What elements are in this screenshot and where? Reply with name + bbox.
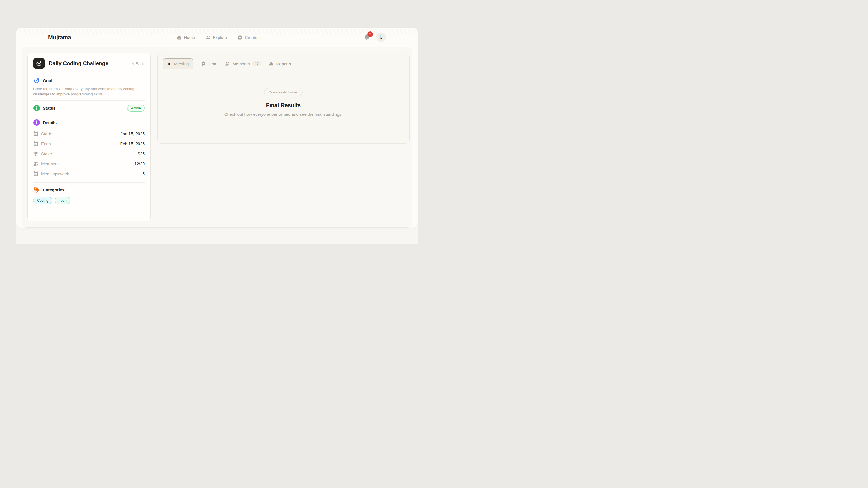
users-icon	[225, 61, 230, 66]
divider	[33, 73, 145, 73]
detail-row-ends: 17 Ends Feb 15, 2025	[33, 139, 145, 149]
chat-icon	[201, 61, 206, 66]
detail-label: Meetings/week	[41, 171, 143, 176]
calendar-icon: 17	[33, 131, 38, 136]
back-button[interactable]: Back	[131, 61, 145, 66]
user-avatar[interactable]: U	[376, 33, 386, 42]
category-tag-coding[interactable]: Coding	[33, 197, 52, 204]
nav-label: Create	[245, 35, 257, 40]
category-tag-tech[interactable]: Tech	[55, 197, 70, 204]
detail-value: Jan 15, 2025	[121, 131, 145, 136]
users-icon	[33, 161, 38, 166]
detail-row-members: Members 12/20	[33, 159, 145, 169]
goal-section-header: Goal	[33, 77, 145, 84]
community-title: Daily Coding Challenge	[49, 60, 127, 66]
detail-value: 12/20	[134, 161, 145, 166]
main-container: Mujtama Home Explore	[17, 28, 417, 244]
status-heading: Status	[43, 106, 56, 110]
tab-bar: Meeting Chat Members 12 Reports	[158, 54, 409, 70]
status-info-icon	[33, 105, 40, 111]
community-content-panel: Meeting Chat Members 12 Reports	[157, 53, 409, 143]
header-actions: 2 U	[364, 33, 386, 42]
tag-icon	[33, 186, 40, 193]
back-chevron-icon	[131, 62, 135, 66]
home-icon	[177, 35, 182, 40]
tab-label: Chat	[209, 62, 217, 66]
nav-item-home[interactable]: Home	[177, 35, 195, 40]
calendar-icon: 17	[33, 141, 38, 147]
bell-icon	[364, 37, 370, 41]
plus-square-icon	[238, 35, 242, 40]
svg-text:17: 17	[35, 134, 37, 135]
app-logo[interactable]: Mujtama	[48, 34, 71, 41]
detail-label: Stake	[41, 151, 138, 156]
tab-meeting[interactable]: Meeting	[162, 58, 193, 69]
nav-item-explore[interactable]: Explore	[206, 35, 227, 40]
detail-row-stake: Stake $25	[33, 149, 145, 159]
divider	[33, 115, 145, 115]
notification-count-badge: 2	[368, 31, 373, 37]
goal-description: Code for at least 1 hour every day and c…	[33, 87, 145, 97]
warning-icon	[269, 61, 274, 66]
details-heading: Details	[43, 120, 57, 125]
final-results-title: Final Results	[266, 102, 301, 108]
tab-label: Meeting	[174, 62, 189, 66]
divider	[33, 182, 145, 183]
members-count-badge: 12	[252, 61, 261, 66]
tab-label: Reports	[276, 62, 291, 66]
back-label: Back	[135, 61, 145, 66]
detail-value: $25	[138, 151, 145, 156]
nav-item-create[interactable]: Create	[238, 35, 257, 40]
detail-label: Members	[41, 161, 134, 166]
divider	[33, 209, 145, 209]
community-info-card: Daily Coding Challenge Back Goal	[27, 53, 151, 222]
goal-icon	[33, 77, 40, 84]
categories-heading: Categories	[43, 188, 65, 192]
detail-row-meetings: 17 Meetings/week 5	[33, 169, 145, 179]
svg-text:17: 17	[35, 143, 37, 145]
content-panel: Daily Coding Challenge Back Goal	[22, 47, 412, 228]
goal-target-icon	[36, 60, 42, 67]
tab-reports[interactable]: Reports	[269, 61, 291, 66]
detail-label: Ends	[41, 141, 120, 146]
tab-chat[interactable]: Chat	[201, 61, 217, 66]
goal-heading: Goal	[43, 78, 52, 83]
trophy-icon	[33, 151, 38, 156]
top-navigation-bar: Mujtama Home Explore	[17, 28, 417, 47]
status-row: Status Active	[33, 105, 145, 111]
tab-members[interactable]: Members 12	[225, 61, 261, 66]
notifications-button[interactable]: 2	[364, 34, 370, 41]
users-icon	[206, 35, 211, 40]
svg-text:17: 17	[35, 173, 37, 175]
detail-value: 5	[143, 171, 145, 176]
community-card-header: Daily Coding Challenge Back	[33, 57, 145, 70]
nav-label: Home	[184, 35, 195, 40]
categories-section-header: Categories	[33, 186, 145, 193]
play-icon	[167, 62, 172, 66]
detail-row-starts: 17 Starts Jan 15, 2025	[33, 129, 145, 139]
divider	[33, 100, 145, 101]
details-info-icon	[33, 119, 40, 126]
status-badge: Active	[127, 105, 145, 111]
community-ended-chip: Community Ended	[264, 88, 303, 96]
nav-label: Explore	[213, 35, 227, 40]
detail-label: Starts	[41, 131, 121, 136]
primary-nav: Home Explore Create	[177, 35, 257, 40]
details-list: 17 Starts Jan 15, 2025 17 Ends Feb 15, 2…	[33, 129, 145, 179]
category-tags: Coding Tech	[33, 197, 145, 204]
final-results-subtitle: Check out how everyone performed and see…	[224, 112, 342, 117]
app-card: Mujtama Home Explore	[17, 28, 417, 228]
detail-value: Feb 15, 2025	[120, 141, 145, 146]
community-goal-icon-box	[33, 58, 45, 69]
community-ended-section: Community Ended Final Results Check out …	[158, 71, 409, 117]
tab-label: Members	[232, 62, 250, 66]
calendar-icon: 17	[33, 171, 38, 176]
details-section-header: Details	[33, 119, 145, 126]
